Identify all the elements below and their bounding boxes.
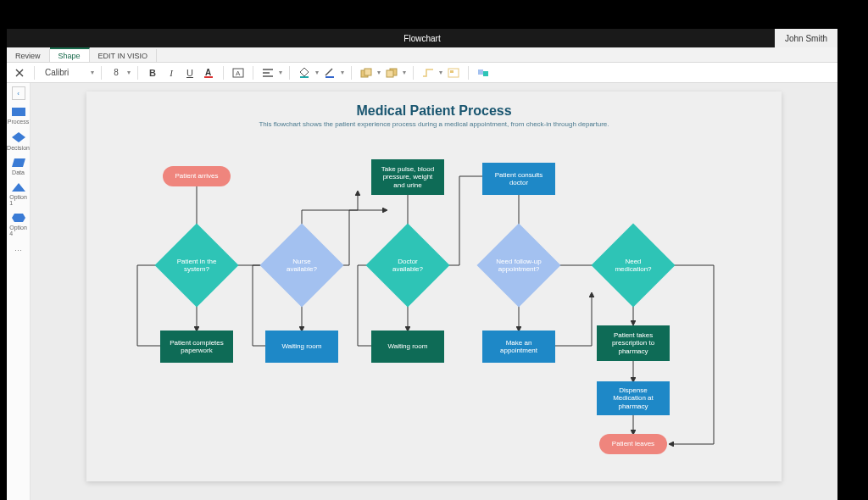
node-p4[interactable]: Waiting room: [371, 331, 444, 363]
node-p3[interactable]: Take pulse, blood pressure, weight and u…: [371, 159, 444, 195]
font-size-select[interactable]: 8: [108, 68, 124, 77]
shape-style-button[interactable]: [476, 65, 491, 81]
ribbon-tabs: Review Shape EDIT IN VISIO: [7, 47, 837, 63]
node-d4[interactable]: Need follow-up appointment?: [489, 236, 548, 295]
font-color-button[interactable]: A: [201, 65, 216, 81]
underline-button[interactable]: U: [182, 65, 198, 81]
svg-marker-16: [12, 158, 25, 167]
shape-panel: ‹ Process Decision Data Option 1: [7, 83, 31, 500]
node-p8[interactable]: Dispense Medication at pharmacy: [597, 381, 670, 415]
align-button[interactable]: [260, 65, 275, 81]
svg-rect-1: [204, 76, 213, 78]
toolbar: Calibri ▾ 8 ▾ B I U A A ▾ ▾: [7, 63, 837, 83]
stencil-process[interactable]: Process: [10, 107, 27, 125]
svg-rect-4: [300, 76, 309, 78]
titlebar: Flowchart John Smith: [7, 29, 837, 47]
stencil-data[interactable]: Data: [10, 158, 27, 175]
stencil-more[interactable]: ⋯: [14, 247, 22, 255]
svg-rect-9: [387, 70, 393, 77]
svg-rect-14: [12, 108, 25, 116]
svg-marker-17: [12, 183, 25, 192]
stencil-label: Decision: [7, 145, 30, 151]
device-bezel: Flowchart John Smith Review Shape EDIT I…: [0, 0, 868, 500]
user-name[interactable]: John Smith: [775, 29, 837, 47]
canvas[interactable]: Medical Patient Process This flowchart s…: [31, 83, 837, 500]
tab-review[interactable]: Review: [7, 49, 50, 62]
svg-text:A: A: [236, 69, 241, 77]
svg-text:A: A: [205, 68, 211, 77]
svg-rect-11: [450, 70, 453, 73]
node-d2[interactable]: Nurse available?: [272, 236, 331, 295]
node-d3[interactable]: Doctor available?: [378, 236, 437, 295]
stencil-decision[interactable]: Decision: [10, 131, 27, 151]
svg-rect-7: [364, 69, 371, 75]
bring-forward-button[interactable]: [359, 65, 374, 81]
node-d1[interactable]: Patient in the system?: [167, 236, 226, 295]
fill-color-button[interactable]: [297, 65, 312, 81]
svg-rect-13: [483, 71, 488, 76]
node-p5[interactable]: Patient consults doctor: [482, 163, 555, 195]
node-p7[interactable]: Patient takes prescription to pharmacy: [597, 325, 670, 361]
tab-shape[interactable]: Shape: [50, 47, 90, 62]
node-end[interactable]: Patient leaves: [599, 434, 667, 454]
bold-button[interactable]: B: [145, 65, 160, 81]
stencil-option1[interactable]: Option 1: [10, 182, 27, 206]
line-color-button[interactable]: [322, 65, 337, 81]
flowchart-page[interactable]: Medical Patient Process This flowchart s…: [86, 92, 782, 481]
cut-icon[interactable]: [12, 65, 27, 81]
connector-style-button[interactable]: [420, 65, 436, 81]
document-title: Flowchart: [403, 34, 440, 43]
svg-marker-18: [12, 214, 25, 222]
stencil-option4[interactable]: Option 4: [10, 213, 27, 236]
node-p6[interactable]: Make an appointment: [482, 331, 555, 363]
workspace: ‹ Process Decision Data Option 1: [7, 83, 837, 500]
italic-button[interactable]: I: [164, 65, 179, 81]
node-p1[interactable]: Patient completes paperwork: [160, 331, 233, 363]
stencil-label: Data: [12, 169, 25, 175]
tab-edit-in-visio[interactable]: EDIT IN VISIO: [90, 49, 157, 62]
alt-text-button[interactable]: [446, 65, 461, 81]
text-box-button[interactable]: A: [231, 65, 246, 81]
send-backward-button[interactable]: [384, 65, 399, 81]
svg-rect-12: [478, 69, 483, 75]
node-start[interactable]: Patient arrives: [163, 166, 231, 186]
node-p2[interactable]: Waiting room: [265, 331, 338, 363]
svg-rect-5: [326, 76, 334, 78]
stencil-label: Process: [8, 119, 29, 125]
app-window: Flowchart John Smith Review Shape EDIT I…: [7, 29, 837, 500]
stencil-label: Option 1: [9, 194, 27, 206]
svg-marker-15: [12, 132, 25, 142]
font-select[interactable]: Calibri: [42, 68, 87, 77]
stencil-label: Option 4: [9, 225, 27, 236]
panel-collapse-button[interactable]: ‹: [12, 86, 25, 100]
node-d5[interactable]: Need medication?: [604, 236, 663, 295]
